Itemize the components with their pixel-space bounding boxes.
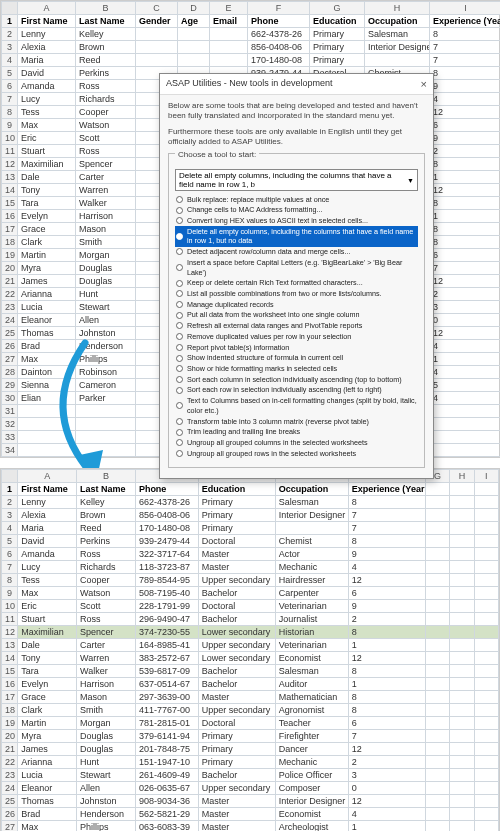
- data-cell[interactable]: 026-0635-67: [135, 782, 198, 795]
- data-cell[interactable]: [365, 54, 430, 67]
- data-cell[interactable]: 4: [348, 561, 425, 574]
- data-cell[interactable]: Stewart: [77, 769, 136, 782]
- data-cell[interactable]: Mechanic: [275, 756, 348, 769]
- tool-option[interactable]: List all possible combinations from two …: [175, 288, 418, 299]
- data-cell[interactable]: [178, 28, 210, 41]
- data-cell[interactable]: [425, 574, 449, 587]
- data-cell[interactable]: Tony: [18, 184, 76, 197]
- row-header[interactable]: 3: [2, 509, 18, 522]
- data-cell[interactable]: Master: [198, 561, 275, 574]
- row-header[interactable]: 30: [2, 392, 18, 405]
- data-cell[interactable]: 562-5821-29: [135, 808, 198, 821]
- data-cell[interactable]: [474, 574, 498, 587]
- data-cell[interactable]: [474, 717, 498, 730]
- data-cell[interactable]: Maximilian: [18, 158, 76, 171]
- data-cell[interactable]: 9: [348, 548, 425, 561]
- data-cell[interactable]: [178, 54, 210, 67]
- data-cell[interactable]: 118-3723-87: [135, 561, 198, 574]
- data-cell[interactable]: [425, 782, 449, 795]
- data-cell[interactable]: 8: [430, 223, 501, 236]
- col-header[interactable]: B: [77, 470, 136, 483]
- data-cell[interactable]: [450, 574, 474, 587]
- tool-option[interactable]: Manage duplicated records: [175, 299, 418, 310]
- data-cell[interactable]: Carpenter: [275, 587, 348, 600]
- data-cell[interactable]: [210, 54, 248, 67]
- data-cell[interactable]: Eleanor: [18, 782, 77, 795]
- row-header[interactable]: 10: [2, 132, 18, 145]
- data-cell[interactable]: Walker: [77, 665, 136, 678]
- data-cell[interactable]: 7: [348, 509, 425, 522]
- data-cell[interactable]: Max: [18, 587, 77, 600]
- row-header[interactable]: 14: [2, 652, 18, 665]
- data-cell[interactable]: Dancer: [275, 743, 348, 756]
- data-cell[interactable]: Brown: [76, 41, 136, 54]
- data-cell[interactable]: Clark: [18, 704, 77, 717]
- row-header[interactable]: 4: [2, 522, 18, 535]
- data-cell[interactable]: 12: [430, 106, 501, 119]
- data-cell[interactable]: Doctoral: [198, 535, 275, 548]
- data-cell[interactable]: 8: [348, 535, 425, 548]
- data-cell[interactable]: Lucy: [18, 561, 77, 574]
- tool-option[interactable]: Change cells to MAC Address formatting..…: [175, 205, 418, 216]
- header-cell[interactable]: Email: [210, 15, 248, 28]
- data-cell[interactable]: David: [18, 535, 77, 548]
- data-cell[interactable]: 7: [348, 730, 425, 743]
- data-cell[interactable]: Auditor: [275, 678, 348, 691]
- data-cell[interactable]: 781-2815-01: [135, 717, 198, 730]
- tool-option[interactable]: Show or hide formatting marks in selecte…: [175, 364, 418, 375]
- data-cell[interactable]: Eleanor: [18, 314, 76, 327]
- data-cell[interactable]: Myra: [18, 730, 77, 743]
- row-header[interactable]: 11: [2, 613, 18, 626]
- data-cell[interactable]: 2: [348, 756, 425, 769]
- data-cell[interactable]: Actor: [275, 548, 348, 561]
- data-cell[interactable]: 8: [430, 67, 501, 80]
- data-cell[interactable]: Martin: [18, 717, 77, 730]
- data-cell[interactable]: 8: [430, 197, 501, 210]
- row-header[interactable]: 31: [2, 405, 18, 418]
- row-header[interactable]: 25: [2, 327, 18, 340]
- data-cell[interactable]: 8: [348, 496, 425, 509]
- data-cell[interactable]: [425, 587, 449, 600]
- data-cell[interactable]: 261-4609-49: [135, 769, 198, 782]
- data-cell[interactable]: 637-0514-67: [135, 678, 198, 691]
- row-header[interactable]: 16: [2, 678, 18, 691]
- data-cell[interactable]: Lucy: [18, 93, 76, 106]
- row-header[interactable]: 18: [2, 704, 18, 717]
- row-header[interactable]: 1: [2, 483, 18, 496]
- row-header[interactable]: 28: [2, 366, 18, 379]
- data-cell[interactable]: 8: [348, 626, 425, 639]
- data-cell[interactable]: 6: [348, 717, 425, 730]
- data-cell[interactable]: [450, 535, 474, 548]
- data-cell[interactable]: 8: [348, 665, 425, 678]
- col-header[interactable]: [2, 2, 18, 15]
- tool-option[interactable]: Convert long HEX values to ASCII text in…: [175, 215, 418, 226]
- data-cell[interactable]: Veterinarian: [275, 639, 348, 652]
- data-cell[interactable]: Kelley: [77, 496, 136, 509]
- data-cell[interactable]: Kelley: [76, 28, 136, 41]
- data-cell[interactable]: Tara: [18, 197, 76, 210]
- tool-option[interactable]: Transform table into 3 column matrix (re…: [175, 416, 418, 427]
- col-header[interactable]: H: [365, 2, 430, 15]
- data-cell[interactable]: [450, 769, 474, 782]
- data-cell[interactable]: 856-0408-06: [248, 41, 310, 54]
- header-cell[interactable]: [425, 483, 449, 496]
- data-cell[interactable]: 228-1791-99: [135, 600, 198, 613]
- data-cell[interactable]: Hunt: [77, 756, 136, 769]
- data-cell[interactable]: Master: [198, 821, 275, 832]
- data-cell[interactable]: [425, 652, 449, 665]
- data-cell[interactable]: 9: [430, 132, 501, 145]
- row-header[interactable]: 13: [2, 171, 18, 184]
- data-cell[interactable]: Primary: [198, 743, 275, 756]
- data-cell[interactable]: Reed: [77, 522, 136, 535]
- data-cell[interactable]: Douglas: [77, 743, 136, 756]
- data-cell[interactable]: Primary: [198, 522, 275, 535]
- data-cell[interactable]: 1: [430, 353, 501, 366]
- data-cell[interactable]: [450, 730, 474, 743]
- data-cell[interactable]: [425, 626, 449, 639]
- header-cell[interactable]: [474, 483, 498, 496]
- data-cell[interactable]: [474, 756, 498, 769]
- row-header[interactable]: 2: [2, 496, 18, 509]
- data-cell[interactable]: Eric: [18, 600, 77, 613]
- data-cell[interactable]: 12: [348, 795, 425, 808]
- data-cell[interactable]: [450, 587, 474, 600]
